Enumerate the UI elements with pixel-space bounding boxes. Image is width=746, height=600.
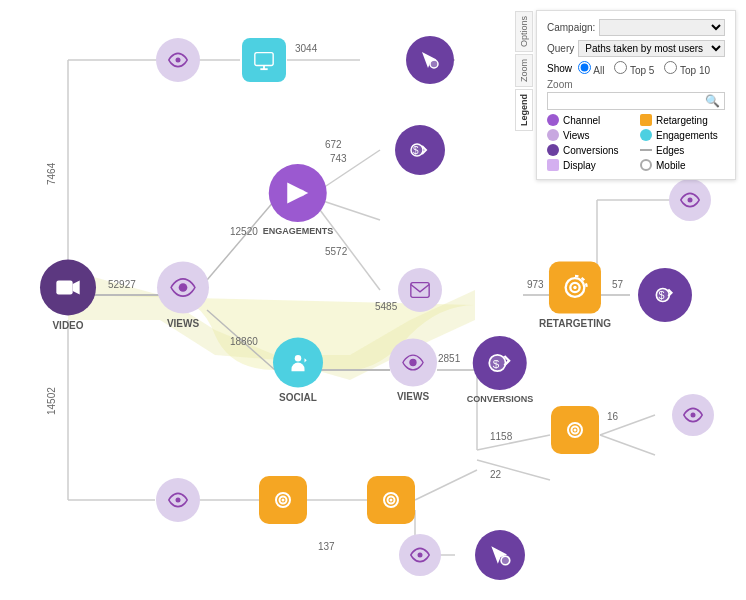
edge-label-57: 57 (612, 279, 624, 290)
edge-label-18860: 18860 (230, 336, 258, 347)
video-icon (54, 274, 82, 302)
conversions-dot (547, 144, 559, 156)
svg-rect-47 (255, 53, 273, 66)
svg-text:$: $ (493, 357, 500, 370)
retargeting-icon (561, 274, 589, 302)
edge-label-14502: 14502 (46, 387, 57, 415)
edges-line (640, 149, 652, 151)
eye-bot-left-icon (168, 490, 188, 510)
engagements-icon (284, 179, 312, 207)
show-top5[interactable]: Top 5 (614, 61, 654, 76)
node-retarget-bot2 (367, 476, 415, 524)
views-main-label: VIEWS (167, 318, 199, 329)
social-icon (285, 350, 311, 376)
node-click-top (406, 36, 454, 84)
edge-label-3044: 3044 (295, 43, 318, 54)
query-label: Query (547, 43, 574, 54)
svg-line-30 (600, 435, 655, 455)
edge-label-5485: 5485 (375, 301, 398, 312)
node-email (398, 268, 442, 312)
search-input[interactable] (552, 96, 705, 107)
display-icon (253, 49, 275, 71)
retarget-botright-icon (563, 418, 587, 442)
edge-label-1158: 1158 (490, 431, 513, 442)
show-label: Show (547, 63, 572, 74)
legend-edges: Edges (640, 144, 725, 156)
svg-text:$: $ (659, 289, 665, 301)
svg-line-7 (207, 310, 275, 370)
show-row: Show All Top 5 Top 10 (547, 61, 725, 76)
tab-zoom[interactable]: Zoom (515, 54, 533, 87)
edge-label-2851: 2851 (438, 353, 461, 364)
svg-point-67 (418, 553, 423, 558)
retargeting-label: RETARGETING (539, 318, 611, 329)
node-views-botright (672, 394, 714, 436)
conv-mid-icon: $ (408, 138, 432, 162)
views-icon (170, 275, 196, 301)
node-retargeting-conv: $ (638, 268, 692, 322)
svg-point-38 (411, 361, 415, 365)
search-icon: 🔍 (705, 94, 720, 108)
node-views-bot-left (156, 478, 200, 522)
show-all[interactable]: All (578, 61, 604, 76)
node-social: SOCIAL (273, 338, 323, 403)
node-display-top (242, 38, 286, 82)
retarget-bot1-icon (271, 488, 295, 512)
search-row: 🔍 (547, 92, 725, 110)
ret-conv-icon: $ (652, 282, 678, 308)
show-top10[interactable]: Top 10 (664, 61, 710, 76)
node-engagements: ENGAGEMENTS (263, 164, 334, 236)
node-views-social: VIEWS (389, 339, 437, 402)
engagements-dot (640, 129, 652, 141)
edge-label-5572: 5572 (325, 246, 348, 257)
svg-point-34 (181, 285, 185, 289)
node-views-top1 (156, 38, 200, 82)
svg-rect-31 (56, 281, 72, 295)
tab-legend[interactable]: Legend (515, 89, 533, 131)
edge-label-12520: 12520 (230, 226, 258, 237)
svg-line-21 (415, 470, 477, 500)
views-social-label: VIEWS (397, 391, 429, 402)
canvas: 7464 14502 743 5572 5485 18576 2851 973 … (0, 0, 746, 600)
legend-views: Views (547, 129, 632, 141)
eye-botright-icon (683, 405, 703, 425)
email-icon (409, 279, 431, 301)
svg-point-46 (176, 58, 181, 63)
svg-marker-32 (73, 281, 80, 295)
eye-top1-icon (168, 50, 188, 70)
retargeting-sq (640, 114, 652, 126)
node-conv-mid: $ (395, 125, 445, 175)
views-social-icon (402, 352, 424, 374)
edge-label-7464: 7464 (46, 162, 57, 185)
legend-conversions: Conversions (547, 144, 632, 156)
legend-engagements: Engagements (640, 129, 725, 141)
node-retargeting: RETARGETING (539, 262, 611, 329)
svg-line-28 (477, 460, 550, 480)
legend-channel: Channel (547, 114, 632, 126)
edge-label-137: 137 (318, 541, 335, 552)
channel-dot (547, 114, 559, 126)
tab-options[interactable]: Options (515, 11, 533, 52)
edge-label-743: 743 (330, 153, 347, 164)
node-retarget-botright (551, 406, 599, 454)
legend-display: Display (547, 159, 632, 171)
node-views-farright (669, 179, 711, 221)
campaign-select[interactable] (599, 19, 725, 36)
query-select[interactable]: Paths taken by most users (578, 40, 725, 57)
legend-retargeting: Retargeting (640, 114, 725, 126)
cursor-bot-icon (487, 542, 513, 568)
node-conversions: $ CONVERSIONS (467, 336, 534, 404)
svg-point-60 (390, 499, 393, 502)
edge-label-16: 16 (607, 411, 619, 422)
svg-point-66 (691, 413, 696, 418)
legend-colors: Channel Retargeting Views Engagements Co… (547, 114, 725, 171)
zoom-label: Zoom (547, 79, 725, 90)
svg-line-29 (600, 415, 655, 435)
svg-point-36 (295, 355, 302, 362)
query-row: Query Paths taken by most users (547, 40, 725, 57)
svg-point-65 (501, 556, 510, 565)
retarget-bot2-icon (379, 488, 403, 512)
display-sq (547, 159, 559, 171)
svg-text:$: $ (413, 145, 419, 156)
svg-point-35 (298, 190, 305, 197)
